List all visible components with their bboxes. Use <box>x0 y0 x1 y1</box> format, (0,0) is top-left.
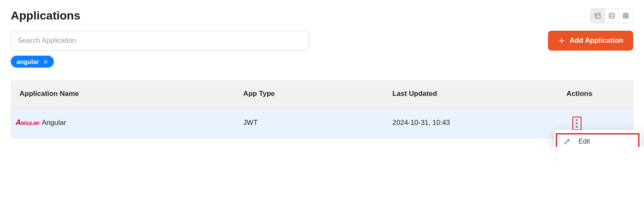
menu-item-label: Edit <box>579 138 590 145</box>
view-layout-button[interactable] <box>591 9 605 23</box>
filter-chip-angular[interactable]: angular <box>11 56 54 68</box>
view-list-button[interactable] <box>605 9 619 23</box>
svg-rect-6 <box>623 13 628 18</box>
svg-rect-3 <box>609 13 614 18</box>
add-button-label: Add Application <box>569 37 623 45</box>
applications-table: Application Name App Type Last Updated A… <box>11 80 633 139</box>
col-header-updated: Last Updated <box>384 81 558 107</box>
layout-icon <box>594 12 601 19</box>
list-icon <box>608 12 615 19</box>
filter-chip-remove[interactable] <box>43 59 48 64</box>
kebab-icon <box>574 119 580 128</box>
app-type: JWT <box>235 107 384 138</box>
view-switcher <box>590 8 633 23</box>
page-title: Applications <box>11 9 80 22</box>
col-header-type: App Type <box>235 81 384 107</box>
view-grid-button[interactable] <box>619 9 633 23</box>
add-application-button[interactable]: Add Application <box>548 31 633 51</box>
col-header-name: Application Name <box>11 81 235 107</box>
filter-chips: angular <box>11 56 309 68</box>
app-name: Angular <box>42 119 66 127</box>
col-header-actions: Actions <box>558 81 633 107</box>
svg-rect-0 <box>595 13 600 18</box>
edit-icon <box>564 138 570 145</box>
grid-icon <box>622 12 629 19</box>
app-updated: 2024-10-31, 10:43 <box>384 107 558 138</box>
filter-chip-label: angular <box>17 58 39 65</box>
plus-icon <box>558 37 565 44</box>
app-logo-angular: ANGULAR <box>19 118 35 128</box>
table-row[interactable]: ANGULAR Angular JWT 2024-10-31, 10:43 <box>11 107 633 138</box>
row-actions-menu: Edit Show SSO Link Certificate Dele <box>554 130 641 147</box>
menu-item-edit[interactable]: Edit <box>556 133 639 147</box>
row-actions-button[interactable] <box>572 117 581 130</box>
close-icon <box>43 59 48 64</box>
search-input[interactable] <box>11 31 309 51</box>
